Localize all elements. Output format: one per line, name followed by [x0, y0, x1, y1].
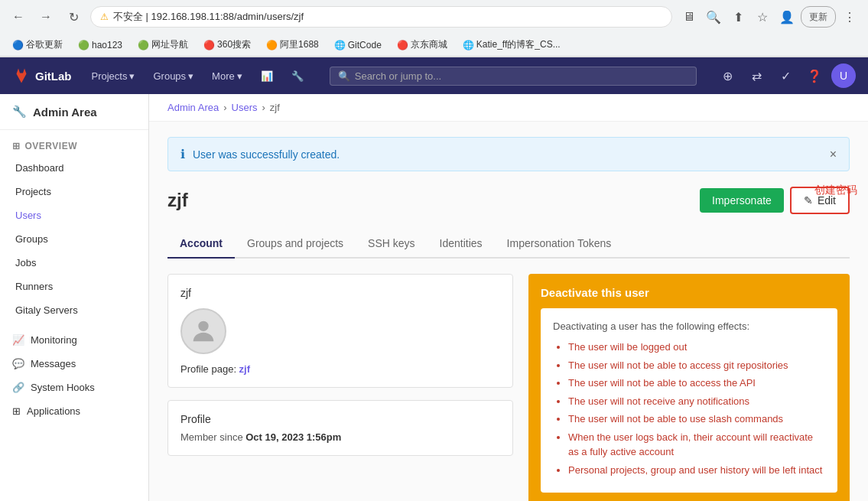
deactivate-effect-2: The user will not be able to access git … [568, 358, 825, 373]
header-nav: Projects ▾ Groups ▾ More ▾ 📊 🔧 [84, 66, 311, 86]
bookmark-gitcode[interactable]: 🌐 GitCode [330, 38, 386, 52]
header-search[interactable]: 🔍 Search or jump to... [330, 67, 697, 86]
update-btn[interactable]: 更新 [801, 6, 836, 28]
forward-button[interactable]: → [35, 6, 57, 28]
merge-request-icon[interactable]: ⇄ [744, 63, 769, 88]
user-profile-card: zjf Profile page: zjf [167, 274, 513, 388]
search-btn[interactable]: 🔍 [703, 6, 724, 28]
header-actions: ⊕ ⇄ ✓ ❓ U [715, 63, 856, 88]
sidebar-item-dashboard[interactable]: Dashboard [0, 156, 148, 180]
two-col-layout: zjf Profile page: zjf [167, 274, 850, 501]
breadcrumb-sep-1: › [223, 102, 226, 113]
create-password-hint: 创建密码 [814, 184, 857, 197]
nav-groups[interactable]: Groups ▾ [145, 66, 201, 86]
grid-icon: ⊞ [12, 141, 21, 151]
main-content: Admin Area › Users › zjf ℹ User was succ… [149, 94, 868, 501]
sidebar-item-jobs[interactable]: Jobs [0, 251, 148, 275]
sidebar-item-monitoring[interactable]: 📈 Monitoring [0, 328, 148, 352]
sidebar-item-groups[interactable]: Groups [0, 227, 148, 251]
tab-groups-projects[interactable]: Groups and projects [235, 229, 356, 259]
deactivate-effect-7: Personal projects, group and user histor… [568, 463, 825, 478]
menu-btn[interactable]: ⋮ [839, 6, 860, 28]
avatar-icon [188, 316, 219, 346]
sidebar: 🔧 Admin Area ⊞ Overview Dashboard Projec… [0, 94, 149, 501]
breadcrumb-admin-area[interactable]: Admin Area [167, 102, 219, 113]
tab-identities[interactable]: Identities [427, 229, 495, 259]
alert-close-button[interactable]: × [830, 148, 837, 161]
profile-link: Profile page: zjf [180, 363, 250, 375]
deactivate-title: Deactivate this user [541, 286, 837, 299]
sidebar-item-system-hooks[interactable]: 🔗 System Hooks [0, 376, 148, 399]
app-layout: 🔧 Admin Area ⊞ Overview Dashboard Projec… [0, 94, 868, 501]
sidebar-item-messages[interactable]: 💬 Messages [0, 352, 148, 376]
profile-section: Profile Member since Oct 19, 2023 1:56pm [168, 401, 512, 455]
tab-account[interactable]: Account [167, 229, 235, 259]
member-since: Member since Oct 19, 2023 1:56pm [180, 431, 500, 443]
nav-spanner[interactable]: 🔧 [284, 66, 311, 86]
profile-card: Profile Member since Oct 19, 2023 1:56pm [167, 400, 513, 456]
sidebar-item-gitaly[interactable]: Gitaly Servers [0, 298, 148, 322]
deactivate-body: Deactivating a user has the following ef… [541, 308, 837, 493]
bookmark-hao123[interactable]: 🟢 hao123 [73, 38, 127, 52]
breadcrumb-sep-2: › [262, 102, 265, 113]
col-left: zjf Profile page: zjf [167, 274, 513, 501]
profile-username-link[interactable]: zjf [239, 363, 250, 375]
todo-icon[interactable]: ✓ [773, 63, 798, 88]
bookmark-google-update[interactable]: 🔵 谷歌更新 [8, 37, 67, 53]
bookmark-katie[interactable]: 🌐 Katie_ff的博客_CS... [458, 37, 565, 53]
deactivate-effect-1: The user will be logged out [568, 340, 825, 355]
help-icon[interactable]: ❓ [802, 63, 827, 88]
share-btn[interactable]: ⬆ [727, 6, 749, 28]
profile-btn[interactable]: 👤 [776, 6, 798, 28]
breadcrumb: Admin Area › Users › zjf [149, 94, 868, 122]
bookmark-nav[interactable]: 🟢 网址导航 [133, 37, 193, 53]
deactivate-effect-5: The user will not be able to use slash c… [568, 412, 825, 427]
bookmark-alibaba[interactable]: 🟠 阿里1688 [262, 37, 323, 53]
messages-icon: 💬 [12, 358, 24, 369]
security-warning-icon: ⚠ [100, 11, 109, 22]
screenshot-btn[interactable]: 🖥 [678, 6, 700, 28]
bookmark-btn[interactable]: ☆ [752, 6, 773, 28]
applications-icon: ⊞ [12, 405, 21, 417]
success-alert: ℹ User was successfully created. × [167, 137, 850, 171]
edit-icon: ✎ [804, 194, 813, 207]
nav-stats[interactable]: 📊 [253, 66, 281, 86]
address-text: 不安全 | 192.168.198.11:88/admin/users/zjf [113, 10, 304, 24]
dropdown-arrow-projects: ▾ [129, 70, 135, 82]
impersonate-button[interactable]: Impersonate [700, 188, 784, 213]
user-title: zjf [167, 190, 188, 211]
user-avatar[interactable]: U [831, 63, 856, 88]
plus-icon[interactable]: ⊕ [715, 63, 740, 88]
tabs: Account Groups and projects SSH keys Ide… [167, 229, 850, 259]
tab-impersonation-tokens[interactable]: Impersonation Tokens [495, 229, 624, 259]
search-icon: 🔍 [338, 70, 350, 82]
refresh-button[interactable]: ↻ [63, 6, 84, 28]
wrench-icon: 🔧 [12, 105, 27, 119]
alert-message: User was successfully created. [193, 148, 340, 161]
monitoring-icon: 📈 [12, 334, 24, 346]
bookmark-360[interactable]: 🔴 360搜索 [199, 37, 255, 53]
sidebar-overview-section: ⊞ Overview Dashboard Projects Users Grou… [0, 130, 148, 328]
info-icon: ℹ [180, 147, 185, 161]
sidebar-item-projects[interactable]: Projects [0, 180, 148, 203]
nav-projects[interactable]: Projects ▾ [84, 66, 143, 86]
sidebar-item-users[interactable]: Users [0, 203, 148, 227]
sidebar-item-applications[interactable]: ⊞ Applications [0, 399, 148, 423]
bookmark-icon-katie: 🌐 [463, 40, 474, 50]
bookmark-jd[interactable]: 🔴 京东商城 [392, 37, 452, 53]
dropdown-arrow-more: ▾ [237, 70, 242, 82]
breadcrumb-current: zjf [270, 102, 280, 113]
bookmark-icon-360: 🔴 [203, 40, 215, 50]
tab-ssh-keys[interactable]: SSH keys [356, 229, 427, 259]
breadcrumb-users[interactable]: Users [232, 102, 258, 113]
stats-icon: 📊 [261, 70, 273, 82]
nav-more[interactable]: More ▾ [204, 66, 250, 86]
back-button[interactable]: ← [8, 6, 29, 28]
sidebar-header: 🔧 Admin Area [0, 94, 148, 130]
bookmark-icon-hao123: 🟢 [78, 40, 89, 50]
sidebar-item-runners[interactable]: Runners [0, 275, 148, 298]
gitlab-logo[interactable]: GitLab [12, 67, 72, 85]
browser-chrome: ← → ↻ ⚠ 不安全 | 192.168.198.11:88/admin/us… [0, 0, 868, 57]
gitlab-header: GitLab Projects ▾ Groups ▾ More ▾ 📊 🔧 🔍 … [0, 57, 868, 94]
address-bar[interactable]: ⚠ 不安全 | 192.168.198.11:88/admin/users/zj… [90, 6, 672, 28]
